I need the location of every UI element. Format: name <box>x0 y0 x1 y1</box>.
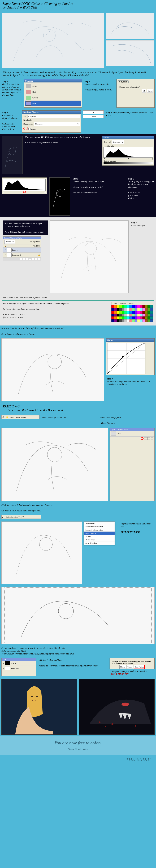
swatch[interactable] <box>143 305 145 308</box>
ctx-sub[interactable]: Subtract from selection <box>84 525 115 528</box>
opacity[interactable]: Opacity: 100% <box>30 241 40 243</box>
swatch[interactable] <box>114 319 117 322</box>
flatten-dialog[interactable]: Change modes can affect the appearance. … <box>110 658 155 669</box>
swatch[interactable] <box>140 305 143 308</box>
swatch[interactable] <box>148 311 150 314</box>
swatch[interactable] <box>119 314 122 316</box>
swatch[interactable] <box>117 316 119 319</box>
swatch[interactable] <box>119 305 122 308</box>
swatch[interactable] <box>143 308 145 311</box>
folder-icon[interactable] <box>32 258 34 260</box>
swatch[interactable] <box>127 311 129 314</box>
swatch[interactable] <box>129 314 132 316</box>
swatch[interactable] <box>132 311 135 314</box>
swatch[interactable] <box>145 314 148 316</box>
tab-layers2[interactable]: Layers <box>111 429 115 431</box>
curves-graph[interactable] <box>107 343 146 374</box>
swatch[interactable] <box>140 314 143 316</box>
swatch[interactable] <box>145 305 148 308</box>
grayscale-dialog[interactable]: Grayscale Discard color information? OK … <box>116 79 155 107</box>
swatch[interactable] <box>150 316 153 319</box>
ctx-refine[interactable]: Refine Edge <box>84 538 115 541</box>
swatch[interactable] <box>122 319 124 322</box>
cancel-button[interactable]: Cancel <box>147 89 153 93</box>
swatch[interactable] <box>137 314 140 316</box>
swatch[interactable] <box>148 314 150 316</box>
context-menu[interactable]: Add to selection Subtract from selection… <box>83 522 115 545</box>
blend-mode[interactable]: Normal <box>4 240 15 244</box>
levels-dialog-2[interactable]: ▲△ <box>2 178 47 194</box>
dup-ok[interactable]: OK <box>83 111 104 114</box>
flatten-btn[interactable]: Flatten <box>119 665 126 669</box>
swatch[interactable] <box>135 316 137 319</box>
cancel-btn[interactable]: Cancel <box>126 665 133 669</box>
curves-dialog[interactable]: Curves <box>106 338 155 375</box>
load-selection-icon[interactable] <box>141 437 144 440</box>
swatch[interactable] <box>119 308 122 311</box>
tool-flyout-2[interactable]: 🖊 Quick Selection Tool W <box>1 515 41 519</box>
mask-icon[interactable] <box>26 258 28 260</box>
swatch[interactable] <box>124 308 127 311</box>
swatch[interactable] <box>114 308 117 311</box>
swatch[interactable] <box>122 314 124 316</box>
swatch[interactable] <box>150 311 153 314</box>
swatch[interactable] <box>148 319 150 322</box>
swatch[interactable] <box>148 316 150 319</box>
swatch[interactable] <box>137 305 140 308</box>
adjustment-icon[interactable] <box>29 258 31 260</box>
quick-select-icon[interactable]: 🖊 <box>2 516 4 518</box>
swatch[interactable] <box>112 311 114 314</box>
swatch[interactable] <box>132 305 135 308</box>
tab-channels[interactable]: Channels <box>10 237 16 239</box>
swatch[interactable] <box>129 319 132 322</box>
tool-flyout[interactable]: 🖊 ✨ Magic Wand Tool W <box>1 415 40 419</box>
swatch[interactable] <box>124 314 127 316</box>
swatch[interactable] <box>132 316 135 319</box>
tab-paths2[interactable]: Paths <box>124 429 128 431</box>
swatch[interactable] <box>129 305 132 308</box>
swatch[interactable] <box>114 305 117 308</box>
swatch[interactable] <box>132 314 135 316</box>
link-icon[interactable] <box>20 258 23 260</box>
swatch[interactable] <box>140 316 143 319</box>
swatch[interactable] <box>145 308 148 311</box>
tab-paths[interactable]: Paths <box>18 237 22 239</box>
swatch[interactable] <box>150 319 153 322</box>
swatch[interactable] <box>112 319 114 322</box>
swatch-grid[interactable] <box>111 305 153 322</box>
tab-channels2[interactable]: Channels <box>117 429 123 431</box>
swatch[interactable] <box>148 308 150 311</box>
swatch[interactable] <box>150 305 153 308</box>
dont-flatten-btn[interactable]: Don't Flatten <box>133 665 145 669</box>
swatch[interactable] <box>122 316 124 319</box>
tab-color[interactable]: Color <box>112 302 118 305</box>
swatch[interactable] <box>137 319 140 322</box>
swatch[interactable] <box>122 311 124 314</box>
swatch[interactable] <box>122 308 124 311</box>
swatch[interactable] <box>127 319 129 322</box>
swatch[interactable] <box>132 308 135 311</box>
swatches-panel[interactable]: ColorSwatchesStyles <box>111 302 153 322</box>
swatch[interactable] <box>127 308 129 311</box>
swatch[interactable] <box>119 319 122 322</box>
swatch[interactable] <box>137 316 140 319</box>
output-gradient[interactable] <box>104 162 153 164</box>
swatch[interactable] <box>145 316 148 319</box>
ctx-int[interactable]: Intersect with selection <box>84 528 115 532</box>
duplicate-channel-dialog[interactable]: Duplicate Channel As: Destination Docume… <box>22 111 81 133</box>
eye-icon[interactable]: 👁 <box>4 249 6 251</box>
dup-doc-select[interactable]: Photoshop <box>34 122 80 126</box>
swatch[interactable] <box>135 314 137 316</box>
swatch[interactable] <box>117 319 119 322</box>
swatch[interactable] <box>129 308 132 311</box>
new-layer-icon[interactable] <box>35 258 37 260</box>
tab-swatches[interactable]: Swatches <box>118 302 128 305</box>
swatch[interactable] <box>124 319 127 322</box>
lvl-ch-select[interactable]: Gray copy <box>112 140 124 144</box>
eye-icon[interactable]: 👁 <box>4 254 6 256</box>
swatch[interactable] <box>129 311 132 314</box>
ctx-inverse[interactable]: Select Inverse <box>84 532 115 535</box>
magic-wand-icon[interactable]: ✨ <box>6 416 8 418</box>
swatch[interactable] <box>135 311 137 314</box>
swatch[interactable] <box>117 308 119 311</box>
